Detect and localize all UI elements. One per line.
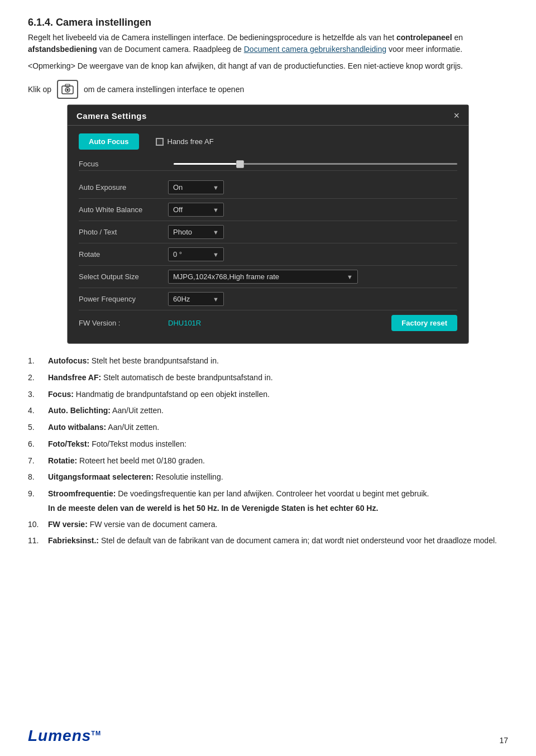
settings-row-3: Rotate0 °▼ [79,243,457,266]
list-desc-0: Stelt het beste brandpuntsafstand in. [89,356,219,365]
list-item-9: 10.FW versie: FW versie van de document … [28,519,508,531]
select-arrow-1: ▼ [213,207,219,213]
list-text-10: Fabrieksinst.: Stel de default van de fa… [48,535,508,547]
numbered-list: 1.Autofocus: Stelt het beste brandpuntsa… [28,355,508,547]
list-bold-2: Focus: [48,390,74,399]
settings-value-4: MJPG,1024x768,High frame rate [173,272,279,281]
settings-label-1: Auto White Balance [79,205,168,214]
settings-label-2: Photo / Text [79,228,168,236]
list-num-10: 11. [28,535,44,547]
factory-reset-button[interactable]: Factory reset [391,315,457,331]
list-num-3: 4. [28,405,44,417]
handsfree-row: Hands free AF [156,137,214,146]
list-item-3: 4.Auto. Belichting: Aan/Uit zetten. [28,405,508,417]
list-desc-4: Aan/Uit zetten. [106,423,159,432]
list-item-10: 11.Fabrieksinst.: Stel de default van de… [28,535,508,547]
list-text-0: Autofocus: Stelt het beste brandpuntsafs… [48,355,508,367]
list-desc-3: Aan/Uit zetten. [111,406,164,415]
focus-label: Focus [79,160,168,168]
list-text-6: Rotatie: Roteert het beeld met 0/180 gra… [48,455,508,467]
settings-select-5[interactable]: 60Hz▼ [168,292,224,306]
list-bold-5: Foto/Tekst: [48,439,89,448]
list-item-8: 9.Stroomfrequentie: De voedingsfrequenti… [28,488,508,514]
focus-row: Focus [79,157,457,171]
intro-paragraph: Regelt het livebeeld via de Camera inste… [28,32,508,55]
list-text-3: Auto. Belichting: Aan/Uit zetten. [48,405,508,417]
lumens-tm: TM [91,730,101,736]
list-text-5: Foto/Tekst: Foto/Tekst modus instellen: [48,438,508,451]
list-num-1: 2. [28,372,44,384]
handsfree-label: Hands free AF [168,137,214,146]
list-bold-1: Handsfree AF: [48,373,101,382]
list-item-0: 1.Autofocus: Stelt het beste brandpuntsa… [28,355,508,367]
doc-camera-link[interactable]: Document camera gebruikershandleiding [244,45,386,54]
intro-text-mid: en [452,33,463,42]
dialog-top-row: Auto Focus Hands free AF [79,133,457,150]
settings-select-1[interactable]: Off▼ [168,203,224,217]
dialog-titlebar: Camera Settings × [68,105,468,126]
settings-value-2: Photo [173,228,192,236]
list-item-2: 3.Focus: Handmatig de brandpuntafstand o… [28,389,508,401]
settings-label-0: Auto Exposure [79,183,168,192]
settings-rows-container: Auto ExposureOn▼Auto White BalanceOff▼Ph… [79,176,457,310]
list-text-1: Handsfree AF: Stelt automatisch de beste… [48,372,508,384]
klik-text-before: Klik op [28,85,51,94]
fw-version-value: DHU101R [168,319,391,327]
settings-row-4: Select Output SizeMJPG,1024x768,High fra… [79,266,457,288]
dialog-wrapper: Camera Settings × Auto Focus Hands free … [28,104,508,344]
camera-settings-dialog: Camera Settings × Auto Focus Hands free … [67,104,469,344]
settings-select-0[interactable]: On▼ [168,180,224,194]
list-num-4: 5. [28,422,44,434]
list-num-8: 9. [28,488,44,514]
list-bold-3: Auto. Belichting: [48,406,111,415]
list-desc-2: Handmatig de brandpuntafstand op een obj… [74,390,270,399]
list-desc-7: Resolutie instelling. [154,472,223,481]
settings-value-3: 0 ° [173,250,182,259]
handsfree-checkbox[interactable] [156,138,164,146]
select-arrow-2: ▼ [213,229,219,236]
settings-value-5: 60Hz [173,295,190,303]
page-footer: LumensTM 17 [28,727,508,745]
settings-select-3[interactable]: 0 °▼ [168,247,224,261]
intro-text-end: van de Document camera. Raadpleeg de [97,45,244,54]
list-num-7: 8. [28,471,44,484]
dialog-title: Camera Settings [76,111,147,121]
focus-slider[interactable] [174,163,457,165]
list-desc-1: Stelt automatisch de beste brandpuntsafs… [101,373,272,382]
list-text-2: Focus: Handmatig de brandpuntafstand op … [48,389,508,401]
autofocus-button[interactable]: Auto Focus [79,133,139,150]
klik-line: Klik op om de camera instellingen interf… [28,80,508,99]
list-num-6: 7. [28,455,44,467]
section-title: 6.1.4. Camera instellingen [28,17,508,28]
list-num-5: 6. [28,438,44,451]
settings-row-5: Power Frequency60Hz▼ [79,288,457,310]
focus-slider-thumb[interactable] [236,160,244,168]
list-desc-6: Roteert het beeld met 0/180 graden. [77,456,205,465]
select-arrow-4: ▼ [347,274,353,280]
dialog-body: Auto Focus Hands free AF Focus Auto Expo… [68,126,468,343]
settings-row-2: Photo / TextPhoto▼ [79,221,457,243]
opmerking-text: <Opmerking> De weergave van de knop kan … [28,60,508,72]
list-bold-8: Stroomfrequentie: [48,489,116,498]
settings-label-5: Power Frequency [79,295,168,303]
list-desc-8: De voedingsfrequentie kan per land afwij… [116,489,429,498]
select-arrow-0: ▼ [213,184,219,191]
list-num-2: 3. [28,389,44,401]
list-desc-9: FW versie van de document camera. [88,520,218,529]
list-item-1: 2.Handsfree AF: Stelt automatisch de bes… [28,372,508,384]
settings-select-2[interactable]: Photo▼ [168,225,224,239]
settings-label-3: Rotate [79,250,168,259]
list-text-8: Stroomfrequentie: De voedingsfrequentie … [48,488,508,514]
list-text-9: FW versie: FW versie van de document cam… [48,519,508,531]
settings-select-4[interactable]: MJPG,1024x768,High frame rate▼ [168,270,358,284]
list-desc-5: Foto/Tekst modus instellen: [89,439,186,448]
settings-value-0: On [173,183,183,192]
list-bold-7: Uitgangsformaat selecteren: [48,472,154,481]
list-bold-10: Fabrieksinst.: [48,536,99,545]
list-text-7: Uitgangsformaat selecteren: Resolutie in… [48,471,508,484]
settings-row-1: Auto White BalanceOff▼ [79,199,457,221]
intro-bold-2: afstandsbediening [28,45,97,54]
dialog-close-button[interactable]: × [453,111,460,121]
list-item-5: 6.Foto/Tekst: Foto/Tekst modus instellen… [28,438,508,451]
fw-row: FW Version : DHU101R Factory reset [79,310,457,333]
